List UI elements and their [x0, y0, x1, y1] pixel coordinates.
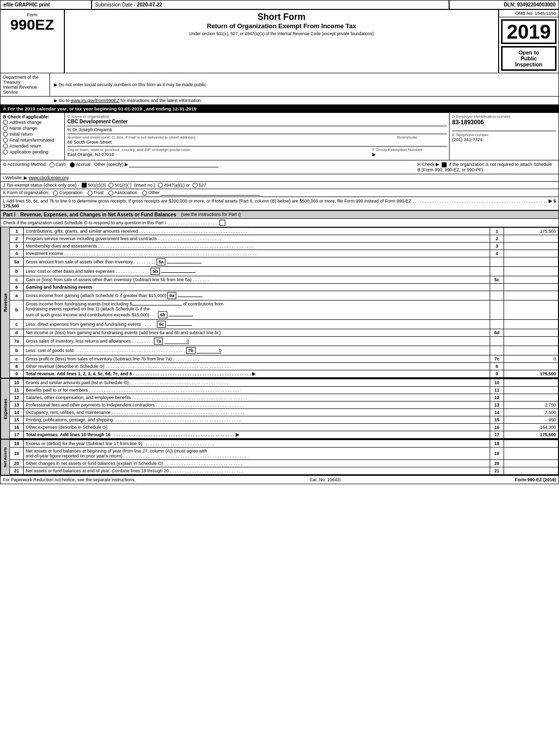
- year-box: 2019: [501, 19, 557, 44]
- l-section: L Add lines 5b, 6c, and 7b to line 9 to …: [0, 197, 559, 211]
- table-row: 7a Gross sales of inventory, less return…: [10, 337, 559, 346]
- table-row: 18 Excess or (deficit) for the year (Sub…: [10, 440, 559, 448]
- table-row: 14 Occupancy, rent, utilities, and maint…: [10, 409, 559, 416]
- efile-label: efile GRAPHIC print: [0, 0, 92, 9]
- table-row: 12 Salaries, other compensation, and emp…: [10, 394, 559, 402]
- year-col: OMB No. 1545-1150 2019 Open to Public In…: [499, 10, 559, 73]
- table-row: 6 Gaming and fundraising events: [10, 284, 559, 291]
- schedule-o-check: Check if the organization used Schedule …: [0, 219, 559, 227]
- check-application-pending: Application pending: [3, 149, 62, 155]
- table-row: 11 Benefits paid to or for members . . .…: [10, 387, 559, 394]
- website-section: I Website: ▶ www.cbcdcenter.org: [0, 174, 559, 182]
- check-amended-return: Amended return: [3, 143, 62, 149]
- check-initial-return: Initial return: [3, 131, 62, 137]
- table-row: 20 Other changes in net assets or fund b…: [10, 460, 559, 467]
- table-row: 8 Other revenue (describe in Schedule O)…: [10, 363, 559, 370]
- section-b: B Check if applicable: Address change Na…: [0, 113, 65, 160]
- table-row: 9 Total revenue. Add lines 1, 2, 3, 4, 5…: [10, 370, 559, 378]
- table-row: 15 Printing, publications, postage, and …: [10, 416, 559, 424]
- website-link: www.cbcdcenter.org: [29, 175, 69, 180]
- table-row: 17 Total expenses. Add lines 10 through …: [10, 431, 559, 439]
- table-row: b Gross income from fundraising events (…: [10, 301, 559, 320]
- dln: DLN: 93492204003000: [450, 0, 559, 9]
- table-row: 21 Net assets or fund balances at end of…: [10, 467, 559, 475]
- net-assets-side-label: Net Assets: [0, 440, 9, 475]
- check-address-change: Address change: [3, 119, 62, 125]
- open-to-public-box: Open to Public Inspection: [501, 46, 557, 71]
- table-row: 1 Contributions, gifts, grants, and simi…: [10, 228, 559, 235]
- employer-info: D Employer identification number 83-1893…: [450, 113, 559, 160]
- table-row: 4 Investment income . . . . . . . . . . …: [10, 250, 559, 257]
- check-name-change: Name change: [3, 125, 62, 131]
- form-title-col: Short Form Return of Organization Exempt…: [65, 10, 499, 73]
- check-final-return: Final return/terminated: [3, 137, 62, 143]
- table-row: 2 Program service revenue including gove…: [10, 235, 559, 243]
- dept-treasury: Department of the Treasury Internal Reve…: [0, 73, 50, 96]
- table-row: b Less: cost of goods sold . . . . . . .…: [10, 346, 559, 355]
- table-row: c Gain or (loss) from sale of assets oth…: [10, 276, 559, 284]
- table-row: 10 Grants and similar amounts paid (list…: [10, 379, 559, 387]
- table-row: b Less: cost or other basis and sales ex…: [10, 267, 559, 276]
- k-section: K Form of organization: Corporation Trus…: [0, 189, 559, 197]
- org-info: C Name of organization CBC Development C…: [65, 113, 450, 160]
- submission-date: Submission Date - 2020-07-22: [92, 0, 450, 9]
- table-row: 19 Net assets or fund balances at beginn…: [10, 448, 559, 460]
- tax-status: J Tax-exempt status (check only one) - 5…: [0, 182, 559, 190]
- irs-link: www.irs.gov/Form990EZ: [71, 98, 119, 103]
- table-row: 13 Professional fees and other payments …: [10, 402, 559, 409]
- notice-row-1: ▶ Do not enter social security numbers o…: [50, 73, 559, 96]
- omb-number: OMB No. 1545-1150: [499, 10, 559, 17]
- table-row: d Net income or (loss) from gaming and f…: [10, 329, 559, 337]
- page: efile GRAPHIC print Submission Date - 20…: [0, 0, 559, 484]
- table-row: 5a Gross amount from sale of assets othe…: [10, 257, 559, 267]
- table-row: a Gross income from gaming (attach Sched…: [10, 291, 559, 301]
- section-a: A For the 2019 calendar year, or tax yea…: [0, 105, 559, 113]
- part1-header: Part I Revenue, Expenses, and Changes in…: [0, 211, 559, 219]
- table-row: 3 Membership dues and assessments . . . …: [10, 243, 559, 250]
- revenue-side-label: Revenue: [0, 227, 9, 378]
- table-row: c Gross profit or (loss) from sales of i…: [10, 355, 559, 363]
- footer: For Paperwork Reduction Act Notice, see …: [0, 475, 559, 484]
- h-check: H Check ▶ if the organization is not req…: [417, 162, 556, 172]
- table-row: 16 Other expenses (describe in Schedule …: [10, 424, 559, 431]
- expenses-side-label: Expenses: [0, 379, 9, 439]
- table-row: c Less: direct expenses from gaming and …: [10, 320, 559, 329]
- accounting-method: G Accounting Method: Cash Accrual Other …: [3, 162, 407, 172]
- form-number-col: Form 990EZ: [0, 10, 65, 73]
